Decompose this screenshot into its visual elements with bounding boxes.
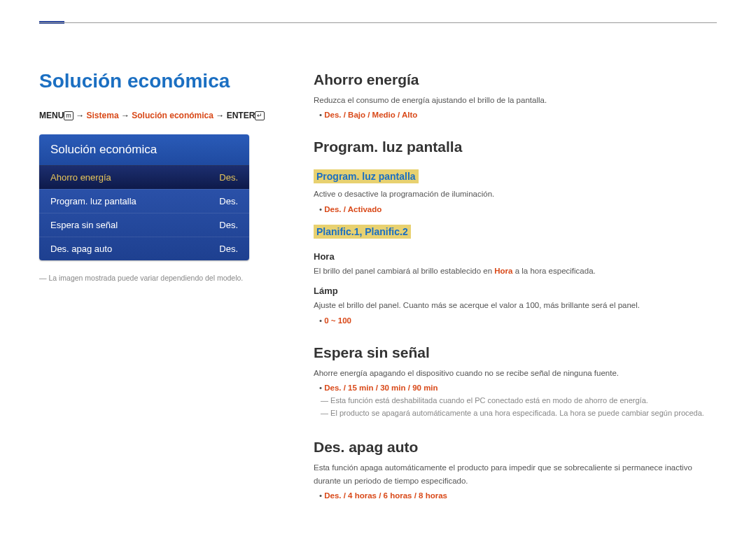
- osd-label: Program. luz pantalla: [50, 196, 136, 206]
- sub-sub-hora: Hora: [314, 251, 717, 262]
- section-title-ahorro: Ahorro energía: [314, 71, 717, 88]
- hora-desc-pre: El brillo del panel cambiará al brillo e…: [314, 267, 494, 275]
- sub-desc: Active o desactive la programación de il…: [314, 188, 717, 200]
- espera-note1: Esta función está deshabilitada cuando e…: [321, 395, 717, 407]
- osd-value: Des.: [219, 196, 238, 206]
- section-title-espera: Espera sin señal: [314, 344, 717, 361]
- osd-header: Solución económica: [39, 134, 249, 165]
- osd-value: Des.: [219, 244, 238, 254]
- menu-icon: m: [64, 111, 74, 120]
- section-desc: Reduzca el consumo de energía ajustando …: [314, 94, 717, 106]
- lamp-options: 0 ~ 100: [326, 316, 717, 325]
- espera-note2: El producto se apagará automáticamente a…: [321, 407, 717, 420]
- osd-label: Des. apag auto: [50, 244, 112, 254]
- hora-desc-em: Hora: [494, 267, 512, 275]
- hora-desc-post: a la hora especificada.: [512, 267, 595, 275]
- section-title-apag: Des. apag auto: [314, 439, 717, 456]
- lamp-desc: Ajuste el brillo del panel. Cuanto más s…: [314, 299, 717, 311]
- enter-icon: ↵: [255, 111, 265, 120]
- hora-desc: El brillo del panel cambiará al brillo e…: [314, 265, 717, 277]
- breadcrumb-sep: →: [121, 111, 132, 120]
- osd-row-apag[interactable]: Des. apag auto Des.: [39, 237, 249, 260]
- osd-row-ahorro[interactable]: Ahorro energía Des.: [39, 165, 249, 189]
- image-disclaimer: La imagen mostrada puede variar dependie…: [39, 273, 274, 284]
- section-title-program: Program. luz pantalla: [314, 139, 717, 155]
- sub-options: Des. / Activado: [326, 205, 717, 213]
- sub-heading-program: Program. luz pantalla: [314, 169, 419, 183]
- top-divider: [39, 22, 717, 23]
- espera-desc: Ahorre energía apagando el dispositivo c…: [314, 367, 717, 379]
- osd-panel: Solución económica Ahorro energía Des. P…: [39, 134, 249, 260]
- page-title: Solución económica: [39, 70, 274, 92]
- breadcrumb-step-solucion: Solución económica: [132, 111, 214, 120]
- sub-sub-lamp: Lámp: [314, 286, 717, 296]
- espera-options: Des. / 15 min / 30 min / 90 min: [326, 384, 717, 392]
- breadcrumb: MENUm → Sistema → Solución económica → E…: [39, 111, 274, 120]
- osd-row-program[interactable]: Program. luz pantalla Des.: [39, 189, 249, 213]
- left-column: Solución económica MENUm → Sistema → Sol…: [39, 70, 274, 503]
- osd-row-espera[interactable]: Espera sin señal Des.: [39, 213, 249, 237]
- sub-heading-planific: Planific.1, Planific.2: [314, 225, 411, 239]
- breadcrumb-sep: →: [76, 111, 86, 120]
- section-options: Des. / Bajo / Medio / Alto: [326, 111, 717, 119]
- right-column: Ahorro energía Reduzca el consumo de ene…: [314, 70, 717, 503]
- osd-label: Espera sin señal: [50, 220, 118, 230]
- apag-desc: Esta función apaga automáticamente el pr…: [314, 461, 717, 487]
- breadcrumb-key-enter: ENTER: [227, 111, 255, 120]
- osd-label: Ahorro energía: [50, 172, 111, 183]
- breadcrumb-key-menu: MENU: [39, 111, 64, 120]
- apag-options: Des. / 4 horas / 6 horas / 8 horas: [326, 491, 717, 500]
- breadcrumb-step-sistema: Sistema: [87, 111, 119, 120]
- osd-value: Des.: [219, 220, 238, 230]
- breadcrumb-sep: →: [216, 111, 226, 120]
- osd-value: Des.: [219, 172, 238, 183]
